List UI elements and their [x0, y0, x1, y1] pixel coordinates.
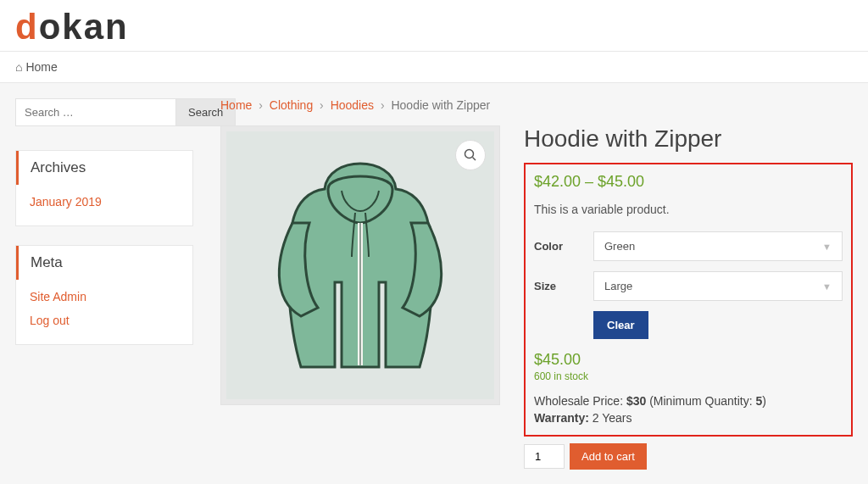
- meta-title: Meta: [16, 246, 192, 280]
- crumb-current: Hoodie with Zipper: [391, 98, 490, 112]
- wholesale-line: Wholesale Price: $30 (Minimum Quantity: …: [534, 394, 843, 408]
- highlight-box: $42.00 – $45.00 This is a variable produ…: [524, 163, 853, 437]
- logout-link[interactable]: Log out: [30, 314, 70, 327]
- nav-home[interactable]: ⌂Home: [15, 60, 58, 74]
- site-logo[interactable]: dokan: [0, 0, 868, 51]
- svg-line-3: [473, 158, 476, 161]
- add-to-cart-button[interactable]: Add to cart: [570, 443, 647, 470]
- search-input[interactable]: [15, 98, 176, 126]
- svg-point-2: [465, 150, 474, 159]
- home-icon: ⌂: [15, 60, 22, 74]
- chevron-down-icon: ▼: [822, 242, 832, 252]
- hoodie-illustration: [267, 155, 453, 376]
- color-label: Color: [534, 240, 593, 253]
- crumb-home[interactable]: Home: [220, 98, 252, 112]
- sidebar: Search Archives January 2019 Meta Site A…: [15, 98, 193, 484]
- clear-button[interactable]: Clear: [593, 311, 648, 339]
- zoom-icon[interactable]: [455, 140, 486, 170]
- main-nav: ⌂Home: [0, 51, 868, 83]
- crumb-clothing[interactable]: Clothing: [270, 98, 313, 112]
- product-image: [226, 131, 494, 399]
- archives-title: Archives: [16, 151, 192, 185]
- size-select[interactable]: Large ▼: [593, 271, 843, 301]
- warranty-line: Warranty: 2 Years: [534, 411, 843, 425]
- stock-status: 600 in stock: [534, 370, 843, 382]
- meta-widget: Meta Site Admin Log out: [15, 245, 193, 345]
- crumb-hoodies[interactable]: Hoodies: [331, 98, 374, 112]
- site-admin-link[interactable]: Site Admin: [30, 290, 86, 303]
- quantity-stepper[interactable]: [524, 444, 565, 469]
- color-select[interactable]: Green ▼: [593, 231, 843, 261]
- archives-widget: Archives January 2019: [15, 150, 193, 226]
- size-label: Size: [534, 280, 593, 292]
- chevron-down-icon: ▼: [822, 281, 832, 292]
- price-range: $42.00 – $45.00: [534, 173, 843, 191]
- product-summary: Hoodie with Zipper $42.00 – $45.00 This …: [524, 125, 853, 484]
- archive-link[interactable]: January 2019: [30, 195, 102, 209]
- variation-price: $45.00: [534, 351, 843, 369]
- short-description: This is a variable product.: [534, 203, 843, 216]
- product-gallery[interactable]: [220, 125, 500, 405]
- breadcrumb: Home › Clothing › Hoodies › Hoodie with …: [220, 98, 853, 112]
- product-title: Hoodie with Zipper: [524, 125, 853, 153]
- main-content: Home › Clothing › Hoodies › Hoodie with …: [220, 98, 853, 484]
